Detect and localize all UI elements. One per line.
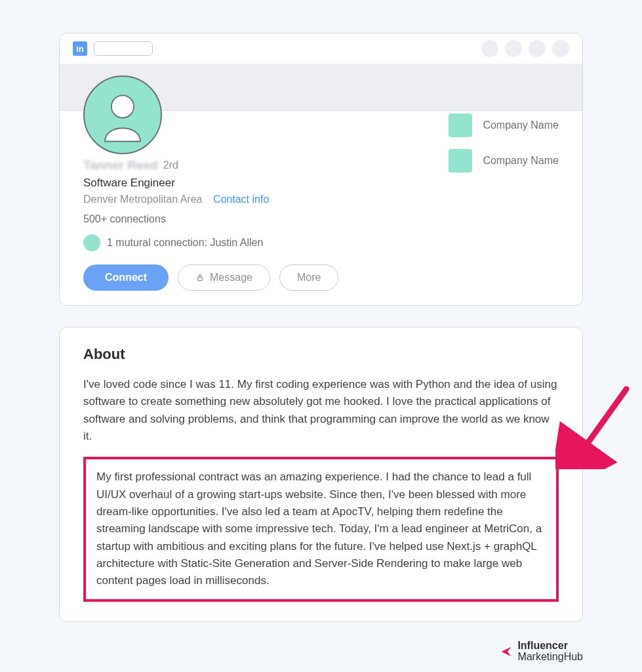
company-list: Company Name Company Name bbox=[449, 114, 559, 173]
footer-line1: Influencer bbox=[517, 640, 567, 651]
company-item[interactable]: Company Name bbox=[449, 114, 559, 137]
company-name: Company Name bbox=[483, 119, 559, 131]
search-input[interactable] bbox=[94, 41, 153, 56]
message-button[interactable]: Message bbox=[178, 264, 270, 291]
message-label: Message bbox=[210, 272, 252, 284]
person-icon bbox=[93, 85, 152, 144]
highlight-annotation: My first professional contract was an am… bbox=[83, 457, 559, 601]
company-logo-icon bbox=[449, 149, 472, 173]
connect-button[interactable]: Connect bbox=[83, 264, 169, 291]
company-item[interactable]: Company Name bbox=[449, 149, 559, 173]
action-buttons: Connect Message More bbox=[83, 264, 559, 291]
nav-item-3[interactable] bbox=[529, 40, 546, 57]
about-card: About I've loved code since I was 11. My… bbox=[59, 327, 583, 622]
connections-count[interactable]: 500+ connections bbox=[83, 213, 559, 225]
nav-item-1[interactable] bbox=[481, 40, 498, 57]
contact-info-link[interactable]: Contact info bbox=[213, 194, 269, 205]
svg-point-0 bbox=[111, 95, 134, 117]
avatar[interactable] bbox=[83, 75, 162, 154]
linkedin-icon[interactable]: in bbox=[73, 41, 87, 56]
lock-icon bbox=[195, 273, 205, 282]
connection-degree: 2rd bbox=[163, 159, 178, 171]
brand-arrow-icon bbox=[499, 644, 513, 659]
more-button[interactable]: More bbox=[279, 264, 338, 291]
topbar: in bbox=[60, 33, 582, 64]
about-paragraph-2: My first professional contract was an am… bbox=[96, 469, 546, 589]
svg-rect-1 bbox=[198, 277, 203, 280]
about-paragraph-1: I've loved code since I was 11. My first… bbox=[83, 376, 559, 445]
company-name: Company Name bbox=[483, 155, 559, 167]
profile-card: in Company Name Company Name Ta bbox=[59, 33, 583, 306]
footer-brand: Influencer MarketingHub bbox=[499, 640, 583, 663]
headline: Software Engineer bbox=[83, 177, 559, 190]
mutual-text: 1 mutural connection: Justin Allen bbox=[107, 237, 263, 249]
company-logo-icon bbox=[449, 114, 472, 137]
location-row: Denver Metropolitan Area Contact info bbox=[83, 194, 559, 205]
location-text: Denver Metropolitan Area bbox=[83, 194, 202, 205]
nav-item-4[interactable] bbox=[552, 40, 569, 57]
profile-body: Company Name Company Name Tanner Reed 2r… bbox=[60, 111, 582, 291]
profile-name: Tanner Reed bbox=[83, 158, 158, 173]
nav-item-2[interactable] bbox=[505, 40, 522, 57]
footer-text: Influencer MarketingHub bbox=[517, 640, 583, 663]
footer-line2: MarketingHub bbox=[517, 651, 583, 662]
mutual-avatar-icon bbox=[83, 234, 100, 251]
mutual-connections[interactable]: 1 mutural connection: Justin Allen bbox=[83, 234, 559, 251]
about-heading: About bbox=[83, 346, 559, 363]
